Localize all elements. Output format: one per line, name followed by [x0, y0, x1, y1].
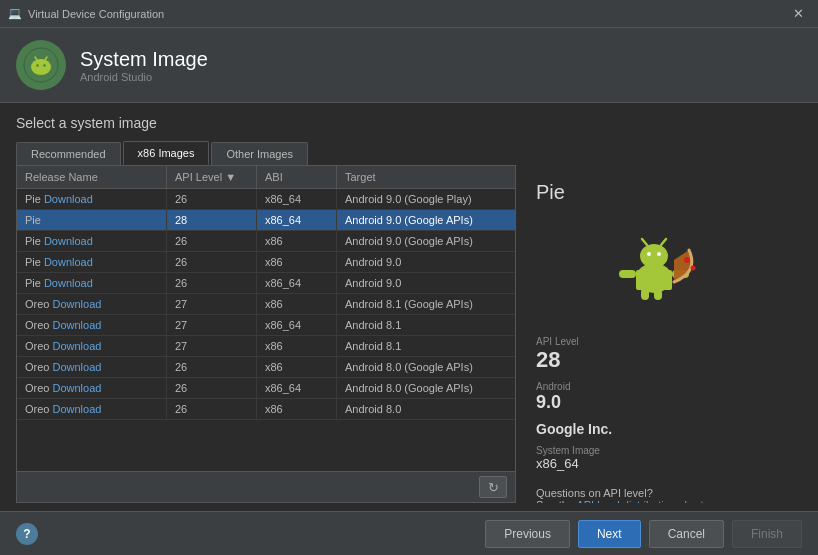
- window-title: Virtual Device Configuration: [28, 8, 164, 20]
- cell-abi: x86: [257, 357, 337, 377]
- cell-target: Android 8.0: [337, 399, 515, 419]
- download-link[interactable]: Download: [44, 235, 93, 247]
- system-image-value: x86_64: [536, 456, 782, 471]
- header-text: System Image Android Studio: [80, 48, 208, 83]
- bottom-bar: ? Previous Next Cancel Finish: [0, 511, 818, 555]
- cell-api-level: 27: [167, 294, 257, 314]
- table-row[interactable]: OreoDownload27x86Android 8.1: [17, 336, 515, 357]
- cell-target: Android 9.0 (Google APIs): [337, 210, 515, 230]
- api-distribution-link[interactable]: API level distribution chart: [576, 499, 703, 503]
- download-link[interactable]: Download: [44, 256, 93, 268]
- cell-api-level: 26: [167, 378, 257, 398]
- android-figure-icon: [609, 220, 709, 320]
- table-row[interactable]: OreoDownload26x86Android 8.0 (Google API…: [17, 357, 515, 378]
- header-subtitle: Android Studio: [80, 71, 208, 83]
- cell-target: Android 8.1: [337, 315, 515, 335]
- next-button[interactable]: Next: [578, 520, 641, 548]
- tab-x86images[interactable]: x86 Images: [123, 141, 210, 165]
- download-link[interactable]: Download: [52, 361, 101, 373]
- cell-target: Android 8.0 (Google APIs): [337, 378, 515, 398]
- api-level-value: 28: [536, 347, 782, 373]
- table-row[interactable]: Pie28x86_64Android 9.0 (Google APIs): [17, 210, 515, 231]
- svg-rect-5: [33, 65, 36, 71]
- table-row[interactable]: OreoDownload26x86_64Android 8.0 (Google …: [17, 378, 515, 399]
- detail-title: Pie: [536, 181, 782, 204]
- header: System Image Android Studio: [0, 28, 818, 103]
- table-row[interactable]: PieDownload26x86_64Android 9.0: [17, 273, 515, 294]
- cell-api-level: 26: [167, 189, 257, 209]
- android-logo-icon: [23, 47, 59, 83]
- table-body: PieDownload26x86_64Android 9.0 (Google P…: [17, 189, 515, 471]
- android-illustration: [536, 220, 782, 320]
- col-api-level[interactable]: API Level ▼: [167, 166, 257, 188]
- close-button[interactable]: ✕: [787, 4, 810, 23]
- cell-api-level: 27: [167, 336, 257, 356]
- cell-abi: x86_64: [257, 378, 337, 398]
- svg-rect-19: [654, 288, 662, 300]
- cell-release-name: PieDownload: [17, 273, 167, 293]
- col-abi[interactable]: ABI: [257, 166, 337, 188]
- android-version-value: 9.0: [536, 392, 782, 413]
- download-link[interactable]: Download: [44, 277, 93, 289]
- download-link[interactable]: Download: [52, 319, 101, 331]
- svg-point-13: [657, 252, 661, 256]
- cell-api-level: 27: [167, 315, 257, 335]
- svg-point-3: [36, 64, 38, 66]
- svg-point-11: [640, 244, 668, 268]
- table-row[interactable]: OreoDownload27x86_64Android 8.1: [17, 315, 515, 336]
- download-link[interactable]: Download: [52, 298, 101, 310]
- svg-line-14: [642, 239, 647, 245]
- left-panel: Release Name API Level ▼ ABI Target PieD…: [16, 165, 516, 503]
- cell-target: Android 8.1 (Google APIs): [337, 294, 515, 314]
- download-link[interactable]: Download: [52, 382, 101, 394]
- tab-recommended[interactable]: Recommended: [16, 142, 121, 165]
- cell-api-level: 26: [167, 399, 257, 419]
- download-link[interactable]: Download: [44, 193, 93, 205]
- cancel-button[interactable]: Cancel: [649, 520, 724, 548]
- table-row[interactable]: OreoDownload27x86Android 8.1 (Google API…: [17, 294, 515, 315]
- cell-api-level: 26: [167, 357, 257, 377]
- cell-abi: x86_64: [257, 189, 337, 209]
- download-link[interactable]: Download: [52, 403, 101, 415]
- tab-otherimages[interactable]: Other Images: [211, 142, 308, 165]
- detail-vendor: Google Inc.: [536, 421, 782, 437]
- table-footer: ↻: [17, 471, 515, 502]
- cell-target: Android 9.0 (Google APIs): [337, 231, 515, 251]
- col-release-name[interactable]: Release Name: [17, 166, 167, 188]
- refresh-button[interactable]: ↻: [479, 476, 507, 498]
- app-icon: 💻: [8, 7, 22, 20]
- cell-target: Android 9.0: [337, 252, 515, 272]
- detail-info: API Level 28 Android 9.0 Google Inc. Sys…: [536, 336, 782, 471]
- table-row[interactable]: PieDownload26x86Android 9.0 (Google APIs…: [17, 231, 515, 252]
- vendor-value: Google Inc.: [536, 421, 782, 437]
- cell-release-name: OreoDownload: [17, 399, 167, 419]
- section-title: Select a system image: [16, 115, 802, 131]
- cell-api-level: 26: [167, 231, 257, 251]
- table-row[interactable]: OreoDownload26x86Android 8.0: [17, 399, 515, 420]
- svg-point-4: [43, 64, 45, 66]
- header-title: System Image: [80, 48, 208, 71]
- svg-point-12: [647, 252, 651, 256]
- help-button[interactable]: ?: [16, 523, 38, 545]
- tabs-bar: Recommended x86 Images Other Images: [16, 141, 802, 165]
- download-link[interactable]: Download: [52, 340, 101, 352]
- svg-rect-18: [641, 288, 649, 300]
- svg-point-21: [691, 266, 696, 271]
- cell-release-name: PieDownload: [17, 189, 167, 209]
- table-row[interactable]: PieDownload26x86Android 9.0: [17, 252, 515, 273]
- cell-abi: x86: [257, 294, 337, 314]
- previous-button[interactable]: Previous: [485, 520, 570, 548]
- bottom-right: Previous Next Cancel Finish: [485, 520, 802, 548]
- finish-button: Finish: [732, 520, 802, 548]
- svg-rect-6: [47, 65, 50, 71]
- col-target[interactable]: Target: [337, 166, 515, 188]
- cell-release-name: PieDownload: [17, 252, 167, 272]
- cell-release-name: OreoDownload: [17, 294, 167, 314]
- cell-api-level: 26: [167, 273, 257, 293]
- svg-point-20: [684, 257, 690, 263]
- svg-rect-10: [636, 270, 672, 290]
- cell-release-name: OreoDownload: [17, 336, 167, 356]
- cell-abi: x86_64: [257, 273, 337, 293]
- cell-abi: x86: [257, 336, 337, 356]
- table-row[interactable]: PieDownload26x86_64Android 9.0 (Google P…: [17, 189, 515, 210]
